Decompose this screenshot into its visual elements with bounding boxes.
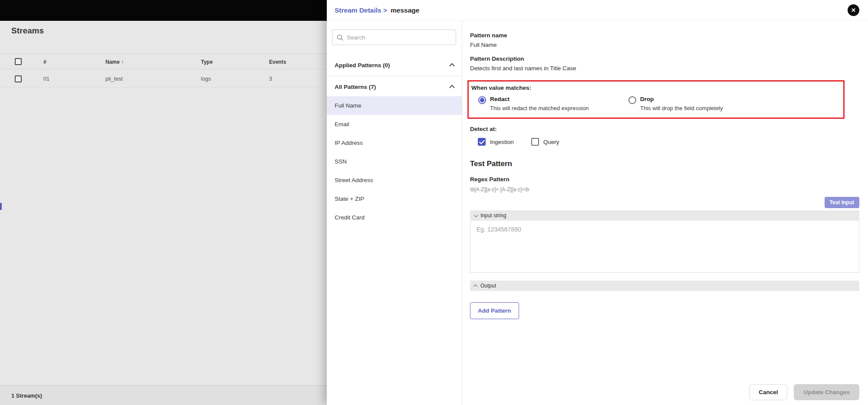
match-options: Redact This will redact the matched expr… [471, 96, 839, 111]
input-string-label: Input string [480, 212, 506, 219]
pattern-name-label: Pattern name [470, 32, 859, 39]
stream-details-drawer: Stream Details > message ✕ Applied Patte… [327, 0, 868, 405]
detect-options: Ingestion Query [478, 138, 859, 146]
input-string-toggle[interactable]: Input string [470, 210, 859, 221]
drop-label: Drop [640, 96, 723, 102]
all-patterns-toggle[interactable]: All Patterns (7) [327, 80, 462, 94]
close-icon: ✕ [851, 7, 856, 13]
applied-patterns-label: Applied Patterns (0) [335, 62, 390, 69]
regex-pattern-value: \b[A-Z][a-z]+ [A-Z][a-z]+\b [470, 186, 859, 193]
ingestion-checkbox[interactable] [478, 138, 486, 146]
pattern-name-value: Full Name [470, 42, 859, 48]
pattern-description-value: Detects first and last names in Title Ca… [470, 65, 859, 72]
ingestion-option[interactable]: Ingestion [478, 138, 514, 146]
search-input[interactable] [347, 34, 451, 41]
redact-description: This will redact the matched expression [490, 105, 589, 111]
query-label: Query [543, 139, 559, 145]
screen: Streams # Name ↑ Type Events 01 pii_test… [0, 0, 868, 405]
pattern-item-ssn[interactable]: SSN [327, 152, 462, 171]
drop-option-text: Drop This will drop the field completely [640, 96, 723, 111]
ingestion-label: Ingestion [490, 139, 514, 145]
add-pattern-button[interactable]: Add Pattern [470, 302, 519, 319]
applied-patterns-toggle[interactable]: Applied Patterns (0) [327, 58, 462, 72]
drop-radio[interactable] [628, 96, 636, 104]
breadcrumb-parent[interactable]: Stream Details > [335, 7, 387, 14]
drawer-backdrop[interactable] [0, 0, 327, 405]
pattern-item-email[interactable]: Email [327, 115, 462, 134]
test-pattern-title: Test Pattern [470, 160, 859, 168]
chevron-up-icon [449, 85, 455, 90]
patterns-panel: Applied Patterns (0) All Patterns (7) Fu… [327, 21, 462, 405]
pattern-list: Full Name Email IP Address SSN Street Ad… [327, 96, 462, 227]
test-input-textarea[interactable] [470, 221, 859, 273]
output-toggle[interactable]: Output [470, 281, 859, 291]
test-input-row: Test Input [470, 197, 859, 208]
chevron-up-icon [473, 284, 478, 288]
pattern-item-ip-address[interactable]: IP Address [327, 134, 462, 152]
output-label: Output [480, 283, 496, 289]
drawer-footer: Cancel Update Changes [749, 384, 859, 400]
close-button[interactable]: ✕ [848, 4, 859, 16]
redact-option-text: Redact This will redact the matched expr… [490, 96, 589, 111]
breadcrumb-current: message [391, 7, 419, 14]
redact-label: Redact [490, 96, 589, 102]
drawer-header: Stream Details > message ✕ [327, 0, 868, 21]
pattern-item-state-zip[interactable]: State + ZIP [327, 189, 462, 208]
pattern-item-street-address[interactable]: Street Address [327, 171, 462, 189]
query-option[interactable]: Query [531, 138, 559, 146]
update-changes-button[interactable]: Update Changes [794, 384, 859, 400]
pattern-item-credit-card[interactable]: Credit Card [327, 208, 462, 227]
pattern-description-label: Pattern Description [470, 56, 859, 62]
test-input-button[interactable]: Test Input [825, 197, 859, 208]
search-icon [337, 34, 343, 41]
redact-option[interactable]: Redact This will redact the matched expr… [478, 96, 628, 111]
cancel-button[interactable]: Cancel [749, 384, 787, 400]
when-value-matches-label: When value matches: [471, 85, 839, 91]
pattern-item-full-name[interactable]: Full Name [327, 96, 462, 115]
annotation-highlight-box: When value matches: Redact This will red… [467, 80, 845, 119]
detect-at-label: Detect at: [470, 126, 859, 132]
pattern-detail-panel: Pattern name Full Name Pattern Descripti… [462, 21, 868, 405]
drop-option[interactable]: Drop This will drop the field completely [628, 96, 723, 111]
pattern-search [332, 29, 456, 45]
section-divider [327, 76, 462, 76]
all-patterns-label: All Patterns (7) [335, 84, 376, 90]
chevron-down-icon [474, 213, 478, 217]
redact-radio[interactable] [478, 96, 486, 104]
drop-description: This will drop the field completely [640, 105, 723, 111]
regex-pattern-label: Regex Pattern [470, 176, 859, 183]
chevron-up-icon [449, 63, 455, 69]
query-checkbox[interactable] [531, 138, 539, 146]
